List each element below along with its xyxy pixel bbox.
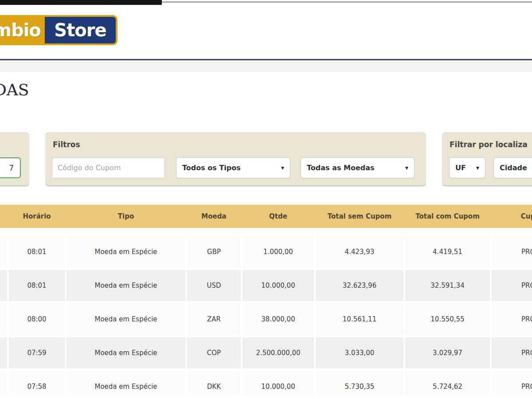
- subheader-band: [0, 60, 532, 72]
- top-black-bar: [0, 0, 162, 5]
- city-select-value: Cidade: [500, 164, 527, 172]
- table-cell: 4.419,51: [405, 236, 490, 267]
- table-cell: GBP: [187, 236, 241, 267]
- table-header-cell: Qtde: [243, 205, 314, 228]
- table-row: 08:01Moeda em EspécieGBP1.000,004.423,93…: [0, 236, 532, 267]
- table-header-cell: Total sem Cupom: [316, 205, 403, 228]
- table-cell: [0, 304, 7, 335]
- table-header-cell: Cupom: [492, 205, 532, 228]
- table-cell: 38.000,00: [243, 304, 314, 335]
- table-cell: 32.591,34: [405, 270, 490, 301]
- date-input[interactable]: [0, 157, 21, 178]
- table-header-cell: Horário: [9, 205, 65, 228]
- table-cell: 1.000,00: [243, 236, 314, 267]
- chevron-down-icon: ▼: [405, 166, 408, 170]
- table-cell: 5.724,62: [405, 371, 490, 395]
- table-cell: 3.029,97: [405, 337, 490, 368]
- table-cell: PROMO: [492, 337, 532, 368]
- table-cell: PROMO: [492, 236, 532, 267]
- table-cell: [0, 236, 7, 267]
- city-select[interactable]: Cidade ▼: [493, 157, 532, 178]
- table-cell: Moeda em Espécie: [66, 270, 185, 301]
- table-cell: [0, 371, 7, 395]
- uf-select[interactable]: UF ▼: [449, 157, 485, 178]
- table-cell: 3.033,00: [316, 337, 403, 368]
- table-cell: [0, 270, 7, 301]
- table-cell: 10.000,00: [243, 270, 314, 301]
- table-cell: 32.623,96: [316, 270, 403, 301]
- table-cell: [0, 337, 7, 368]
- chevron-down-icon: ▼: [281, 166, 284, 170]
- table-cell: COP: [187, 337, 241, 368]
- table-cell: Moeda em Espécie: [66, 337, 185, 368]
- coupon-code-input[interactable]: [52, 157, 165, 178]
- currency-select[interactable]: Todas as Moedas ▼: [301, 157, 415, 178]
- table-row: 07:58Moeda em EspécieDKK10.000,005.730,3…: [0, 371, 532, 395]
- chevron-down-icon: ▼: [476, 166, 479, 170]
- table-cell: 08:01: [9, 270, 65, 301]
- table-cell: 10.000,00: [243, 371, 314, 395]
- logo-right-segment: Store: [43, 15, 117, 45]
- table-cell: 4.423,93: [316, 236, 403, 267]
- table-header-cell: Total com Cupom: [405, 205, 490, 228]
- table-header-cell: Tipo: [66, 205, 185, 228]
- table-cell: 08:00: [9, 304, 65, 335]
- table-cell: PROMO: [492, 304, 532, 335]
- uf-select-value: UF: [455, 164, 466, 172]
- table-cell: Moeda em Espécie: [66, 371, 185, 395]
- table-cell: 07:59: [9, 337, 65, 368]
- table-cell: ZAR: [187, 304, 241, 335]
- logo-left-segment: mbio: [0, 15, 43, 45]
- table-cell: Moeda em Espécie: [66, 236, 185, 267]
- table-cell: PROMO: [492, 270, 532, 301]
- currency-select-value: Todas as Moedas: [307, 164, 375, 172]
- table-body: 08:01Moeda em EspécieGBP1.000,004.423,93…: [0, 236, 532, 395]
- table-cell: 2.500.000,00: [243, 337, 314, 368]
- filters-heading: Filtros: [53, 140, 80, 149]
- table-cell: DKK: [187, 371, 241, 395]
- table-cell: 07:58: [9, 371, 65, 395]
- date-filter-panel: [0, 132, 29, 185]
- table-header-cell: Moeda: [187, 205, 241, 228]
- table-header-cell: [0, 205, 7, 228]
- location-filter-panel: Filtrar por localiza UF ▼ Cidade ▼: [442, 132, 532, 185]
- table-cell: 10.550,55: [405, 304, 490, 335]
- table-header-row: HorárioTipoMoedaQtdeTotal sem CupomTotal…: [0, 205, 532, 228]
- app-logo[interactable]: mbio Store: [0, 15, 117, 45]
- table-row: 08:00Moeda em EspécieZAR38.000,0010.561,…: [0, 304, 532, 335]
- page: mbio Store DAS Filtros Todos os Tipos ▼ …: [0, 0, 532, 399]
- table-cell: USD: [187, 270, 241, 301]
- type-select-value: Todos os Tipos: [182, 164, 241, 172]
- page-title: DAS: [0, 81, 29, 99]
- location-heading: Filtrar por localiza: [450, 140, 528, 149]
- table-cell: 08:01: [9, 236, 65, 267]
- filters-panel: Filtros Todos os Tipos ▼ Todas as Moedas…: [46, 132, 426, 185]
- table-row: 07:59Moeda em EspécieCOP2.500.000,003.03…: [0, 337, 532, 368]
- table-cell: PROMO: [492, 371, 532, 395]
- table-cell: 5.730,35: [316, 371, 403, 395]
- table-cell: 10.561,11: [316, 304, 403, 335]
- table-row: 08:01Moeda em EspécieUSD10.000,0032.623,…: [0, 270, 532, 301]
- type-select[interactable]: Todos os Tipos ▼: [176, 157, 290, 178]
- table-cell: Moeda em Espécie: [66, 304, 185, 335]
